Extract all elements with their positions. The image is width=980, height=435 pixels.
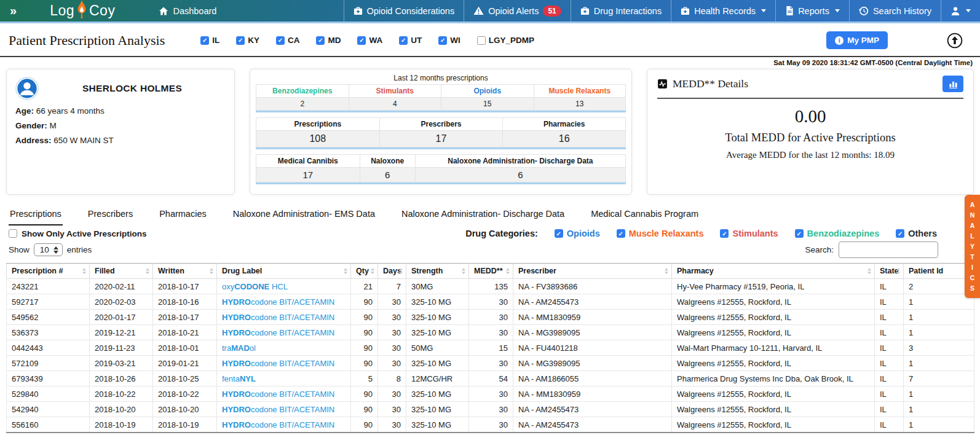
checkbox-checked[interactable]: ✓ <box>617 229 625 238</box>
checkbox-checked[interactable]: ✓ <box>795 229 804 238</box>
col-header-patient-id[interactable]: Patient Id <box>904 264 974 279</box>
drug-category-others[interactable]: ✓Others <box>896 229 937 238</box>
state-filter-il[interactable]: ✓IL <box>200 36 219 45</box>
scroll-top-icon[interactable] <box>947 33 963 49</box>
sidebar-collapse-icon[interactable]: » <box>0 0 25 22</box>
col-header-qty[interactable]: Qty <box>351 264 378 279</box>
cell-prescription-number: 529840 <box>7 386 90 402</box>
tab-prescriptions[interactable]: Prescriptions <box>9 205 63 225</box>
checkbox-checked[interactable]: ✓ <box>896 229 904 238</box>
col-header-prescription[interactable]: Prescription # <box>7 264 90 279</box>
show-only-active-checkbox[interactable]: Show Only Active Prescriptions <box>9 229 147 238</box>
logicoy-logo[interactable]: Log Coy <box>25 0 121 22</box>
checkbox-unchecked[interactable] <box>477 36 486 45</box>
analytics-side-tab[interactable]: ANALYTICS <box>965 195 980 298</box>
state-filter-ky[interactable]: ✓KY <box>236 36 259 45</box>
tab-pharmacies[interactable]: Pharmacies <box>158 205 208 225</box>
age-value: 66 years 4 months <box>36 106 105 116</box>
nav-opioid-considerations[interactable]: Opioid Considerations <box>344 0 464 22</box>
col-header-filled[interactable]: Filled <box>90 264 153 279</box>
count-header-prescribers: Prescribers <box>379 117 503 130</box>
col-header-strength[interactable]: Strength <box>406 264 469 279</box>
nav-user-menu[interactable] <box>941 0 980 22</box>
col-header-pharmacy[interactable]: Pharmacy <box>672 264 875 279</box>
state-filter-wa[interactable]: ✓WA <box>357 36 382 45</box>
col-header-drug-label[interactable]: Drug Label <box>217 264 351 279</box>
nav-drug-interactions[interactable]: Drug Interactions <box>571 0 671 22</box>
checkbox-unchecked[interactable] <box>9 229 17 238</box>
cell-written-date: 2018-10-19 <box>153 417 217 433</box>
table-row: 67934392018-10-262018-10-25fentaNYL5812M… <box>7 371 974 386</box>
cell-prescription-number: 572109 <box>7 356 90 371</box>
nav-opioid-alerts[interactable]: Opioid Alerts 51 <box>464 0 571 22</box>
cell-prescriber: NA - AM1866055 <box>513 371 672 386</box>
drug-label-link[interactable]: HYDROcodone BIT/ACETAMIN <box>222 313 334 322</box>
checkbox-checked[interactable]: ✓ <box>438 36 447 45</box>
patient-age-row: Age: 66 years 4 months <box>15 106 226 116</box>
nav-health-records[interactable]: Health Records <box>671 0 775 22</box>
tab-naloxone-administration-ems-data[interactable]: Naloxone Administration- EMS Data <box>232 205 376 225</box>
drug-label-link[interactable]: HYDROcodone BIT/ACETAMIN <box>222 297 334 307</box>
col-header-days[interactable]: Days <box>378 264 406 279</box>
state-filter-ut[interactable]: ✓UT <box>399 36 422 45</box>
cell-patient-id: 1 <box>904 325 974 340</box>
cell-drug-label: HYDROcodone BIT/ACETAMIN <box>217 417 351 433</box>
checkbox-checked[interactable]: ✓ <box>276 36 285 45</box>
checkbox-checked[interactable]: ✓ <box>236 36 245 45</box>
patient-card: SHERLOCK HOLMES Age: 66 years 4 months G… <box>6 69 235 195</box>
page-size-select[interactable]: 10 <box>34 243 63 256</box>
analytics-letter: N <box>965 210 980 221</box>
cell-strength: 325-10 MG <box>406 325 469 340</box>
state-label: MD <box>328 36 341 45</box>
cell-filled-date: 2020-02-03 <box>90 294 153 310</box>
drug-category-benzodiazepines[interactable]: ✓Benzodiazepines <box>795 229 880 238</box>
state-filter-ca[interactable]: ✓CA <box>276 36 300 45</box>
state-filter-md[interactable]: ✓MD <box>316 36 341 45</box>
gender-label: Gender: <box>15 121 47 130</box>
col-header-state[interactable]: State <box>875 264 904 279</box>
nav-search-history[interactable]: Search History <box>849 0 941 22</box>
cell-strength: 325-10 MG <box>406 356 469 371</box>
checkbox-checked[interactable]: ✓ <box>316 36 325 45</box>
checkbox-checked[interactable]: ✓ <box>200 36 209 45</box>
drug-category-opioids[interactable]: ✓Opioids <box>555 229 600 238</box>
cell-pharmacy: Walgreens #12555, Rockford, IL <box>672 356 875 371</box>
drug-label-link[interactable]: fentaNYL <box>222 374 256 383</box>
search-input[interactable] <box>839 241 938 258</box>
checkbox-checked[interactable]: ✓ <box>555 229 563 238</box>
col-header-label: Prescription # <box>12 267 63 275</box>
state-filter-wi[interactable]: ✓WI <box>438 36 460 45</box>
cell-strength: 325-10 MG <box>406 310 469 325</box>
state-filter-lgy-pdmp[interactable]: LGY_PDMP <box>477 36 534 45</box>
drug-label-link[interactable]: oxyCODONE HCL <box>222 282 288 291</box>
col-header-prescriber[interactable]: Prescriber <box>513 264 672 279</box>
cell-qty: 90 <box>351 356 378 371</box>
drug-label-link[interactable]: HYDROcodone BIT/ACETAMIN <box>222 328 334 337</box>
drug-label-link[interactable]: HYDROcodone BIT/ACETAMIN <box>222 420 334 429</box>
drug-label-link[interactable]: traMADol <box>222 343 256 353</box>
state-filter-group: ✓IL✓KY✓CA✓MD✓WA✓UT✓WILGY_PDMP <box>200 36 534 45</box>
cell-days: 30 <box>378 340 406 356</box>
tab-naloxone-administration-discharge-data[interactable]: Naloxone Administration- Discharge Data <box>400 205 566 225</box>
checkbox-checked[interactable]: ✓ <box>720 229 729 238</box>
cell-prescription-number: 556160 <box>7 417 90 433</box>
medd-chart-button[interactable] <box>942 76 963 92</box>
cell-qty: 90 <box>351 386 378 402</box>
drug-category-muscle-relaxants[interactable]: ✓Muscle Relaxants <box>617 229 704 238</box>
col-header-medd[interactable]: MEDD** <box>469 264 513 279</box>
tab-prescribers[interactable]: Prescribers <box>87 205 134 225</box>
my-pmp-button[interactable]: i My PMP <box>826 31 888 49</box>
checkbox-checked[interactable]: ✓ <box>399 36 408 45</box>
checkbox-checked[interactable]: ✓ <box>357 36 366 45</box>
nav-dashboard[interactable]: Dashboard <box>149 0 226 22</box>
nav-reports[interactable]: Reports <box>775 0 849 22</box>
tab-medical-cannabis-program[interactable]: Medical Cannabis Program <box>590 205 700 225</box>
nav-health-records-label: Health Records <box>694 6 756 16</box>
drug-category-stimulants[interactable]: ✓Stimulants <box>720 229 778 238</box>
drug-label-link[interactable]: HYDROcodone BIT/ACETAMIN <box>222 390 334 399</box>
cell-written-date: 2019-01-21 <box>153 356 217 371</box>
cell-prescription-number: 0442443 <box>7 340 90 356</box>
drug-label-link[interactable]: HYDROcodone BIT/ACETAMIN <box>222 359 334 368</box>
col-header-written[interactable]: Written <box>153 264 217 279</box>
drug-label-link[interactable]: HYDROcodone BIT/ACETAMIN <box>222 405 334 414</box>
